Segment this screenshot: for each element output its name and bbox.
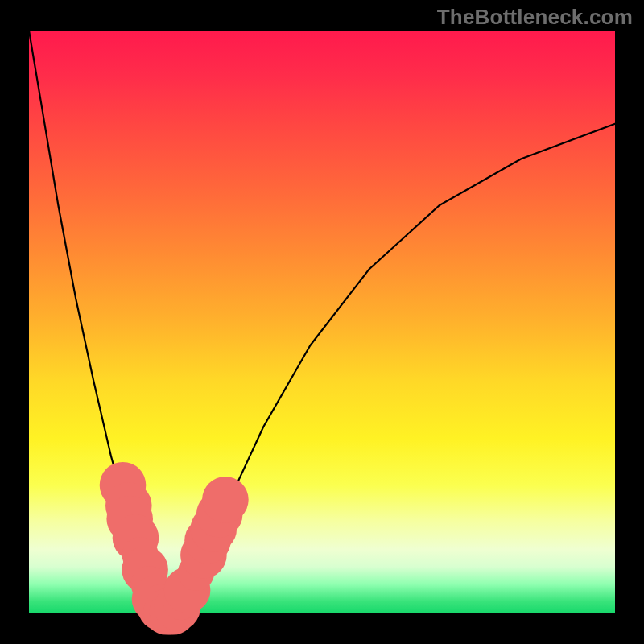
chart-svg (29, 31, 615, 613)
marker-group (100, 462, 249, 635)
chart-frame: TheBottleneck.com (0, 0, 644, 644)
watermark-text: TheBottleneck.com (437, 5, 633, 30)
marker-dot (202, 477, 249, 523)
plot-area (29, 31, 615, 613)
